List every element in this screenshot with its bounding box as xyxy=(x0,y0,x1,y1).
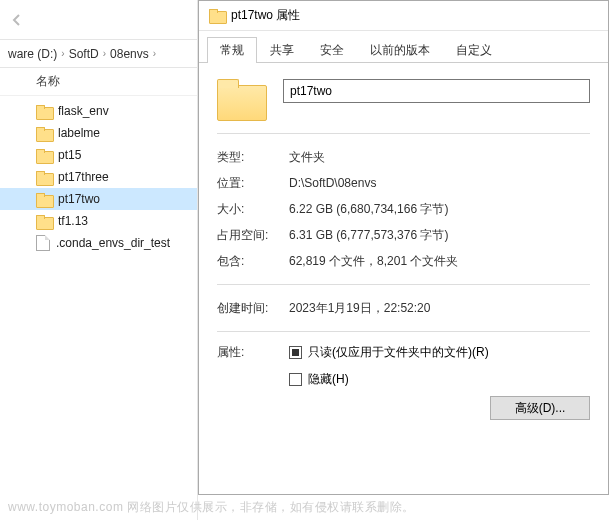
value-type: 文件夹 xyxy=(289,149,325,166)
tab-previous-versions[interactable]: 以前的版本 xyxy=(357,37,443,63)
file-icon xyxy=(36,235,50,251)
file-name: .conda_envs_dir_test xyxy=(56,236,170,250)
folder-icon xyxy=(36,193,52,206)
file-name: tf1.13 xyxy=(58,214,88,228)
tab-sharing[interactable]: 共享 xyxy=(257,37,307,63)
divider xyxy=(217,133,590,134)
dialog-title: pt17two 属性 xyxy=(231,7,300,24)
file-name: pt17three xyxy=(58,170,109,184)
titlebar[interactable]: pt17two 属性 xyxy=(199,1,608,31)
back-arrow-icon[interactable] xyxy=(6,9,28,31)
list-item[interactable]: pt15 xyxy=(0,144,197,166)
explorer-nav xyxy=(0,0,197,40)
readonly-checkbox[interactable] xyxy=(289,346,302,359)
folder-name-input[interactable] xyxy=(283,79,590,103)
list-item[interactable]: flask_env xyxy=(0,100,197,122)
tab-customize[interactable]: 自定义 xyxy=(443,37,505,63)
label-type: 类型: xyxy=(217,149,289,166)
tab-general[interactable]: 常规 xyxy=(207,37,257,63)
breadcrumb[interactable]: ware (D:) › SoftD › 08envs › xyxy=(0,40,197,68)
label-attributes: 属性: xyxy=(217,344,289,361)
list-item[interactable]: labelme xyxy=(0,122,197,144)
label-size-on-disk: 占用空间: xyxy=(217,227,289,244)
tab-security[interactable]: 安全 xyxy=(307,37,357,63)
file-name: pt15 xyxy=(58,148,81,162)
properties-dialog: pt17two 属性 常规 共享 安全 以前的版本 自定义 类型:文件夹 位置:… xyxy=(198,0,609,495)
list-item[interactable]: pt17two xyxy=(0,188,197,210)
breadcrumb-segment[interactable]: ware (D:) xyxy=(8,47,57,61)
file-name: labelme xyxy=(58,126,100,140)
column-header-name[interactable]: 名称 xyxy=(0,68,197,96)
label-size: 大小: xyxy=(217,201,289,218)
value-size-on-disk: 6.31 GB (6,777,573,376 字节) xyxy=(289,227,448,244)
chevron-right-icon: › xyxy=(103,48,106,59)
list-item[interactable]: tf1.13 xyxy=(0,210,197,232)
value-contains: 62,819 个文件，8,201 个文件夹 xyxy=(289,253,458,270)
folder-icon xyxy=(36,105,52,118)
file-list: flask_env labelme pt15 pt17three pt17two… xyxy=(0,96,197,258)
divider xyxy=(217,331,590,332)
folder-icon xyxy=(36,215,52,228)
file-name: pt17two xyxy=(58,192,100,206)
label-location: 位置: xyxy=(217,175,289,192)
folder-icon xyxy=(209,9,225,22)
readonly-label: 只读(仅应用于文件夹中的文件)(R) xyxy=(308,344,489,361)
folder-icon xyxy=(36,171,52,184)
breadcrumb-segment[interactable]: SoftD xyxy=(69,47,99,61)
value-size: 6.22 GB (6,680,734,166 字节) xyxy=(289,201,448,218)
chevron-right-icon: › xyxy=(153,48,156,59)
chevron-right-icon: › xyxy=(61,48,64,59)
properties-body: 类型:文件夹 位置:D:\SoftD\08envs 大小:6.22 GB (6,… xyxy=(199,63,608,494)
breadcrumb-segment[interactable]: 08envs xyxy=(110,47,149,61)
file-name: flask_env xyxy=(58,104,109,118)
folder-icon xyxy=(36,127,52,140)
label-contains: 包含: xyxy=(217,253,289,270)
folder-large-icon xyxy=(217,79,265,119)
tab-strip: 常规 共享 安全 以前的版本 自定义 xyxy=(199,35,608,63)
watermark-text: www.toymoban.com 网络图片仅供展示，非存储，如有侵权请联系删除。 xyxy=(0,499,609,516)
list-item[interactable]: .conda_envs_dir_test xyxy=(0,232,197,254)
hidden-label: 隐藏(H) xyxy=(308,371,349,388)
list-item[interactable]: pt17three xyxy=(0,166,197,188)
folder-icon xyxy=(36,149,52,162)
hidden-checkbox[interactable] xyxy=(289,373,302,386)
value-created: 2023年1月19日，22:52:20 xyxy=(289,300,430,317)
label-created: 创建时间: xyxy=(217,300,289,317)
divider xyxy=(217,284,590,285)
value-location: D:\SoftD\08envs xyxy=(289,176,376,190)
advanced-button[interactable]: 高级(D)... xyxy=(490,396,590,420)
file-explorer: ware (D:) › SoftD › 08envs › 名称 flask_en… xyxy=(0,0,198,520)
